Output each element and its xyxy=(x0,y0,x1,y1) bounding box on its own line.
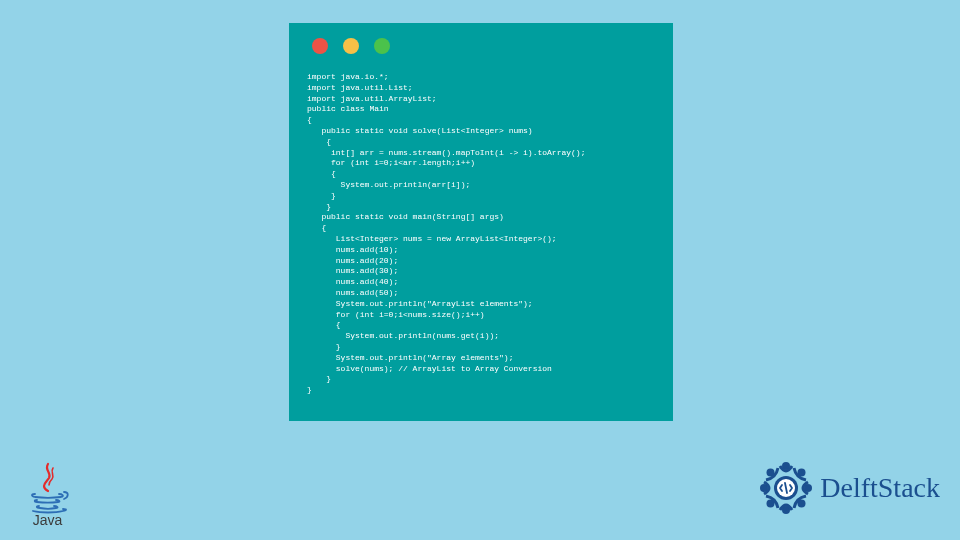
java-logo: Java xyxy=(20,458,75,528)
java-icon xyxy=(25,462,71,514)
delftstack-label: DelftStack xyxy=(820,472,940,504)
code-block: import java.io.*; import java.util.List;… xyxy=(307,72,655,396)
delftstack-icon xyxy=(756,458,816,518)
traffic-lights xyxy=(312,38,655,54)
java-label: Java xyxy=(33,512,63,528)
minimize-icon[interactable] xyxy=(343,38,359,54)
code-window: import java.io.*; import java.util.List;… xyxy=(289,23,673,421)
delftstack-logo: DelftStack xyxy=(756,458,940,518)
close-icon[interactable] xyxy=(312,38,328,54)
maximize-icon[interactable] xyxy=(374,38,390,54)
